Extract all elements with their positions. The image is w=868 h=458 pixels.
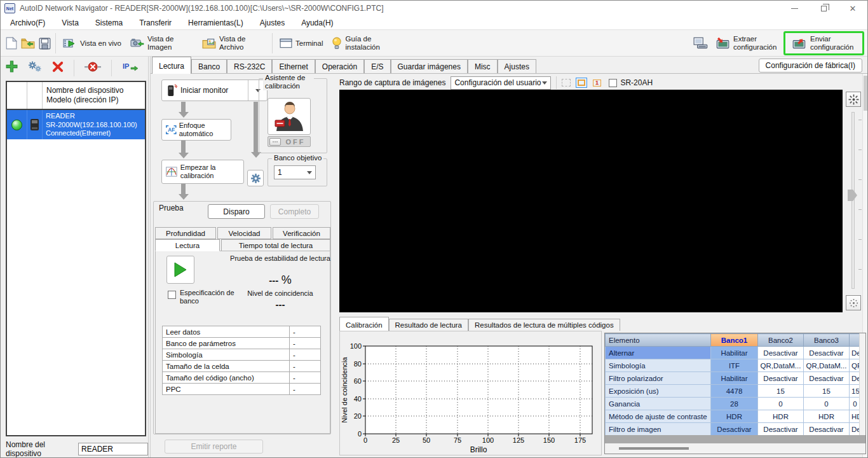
bank-table-vscrollbar[interactable]: [859, 333, 865, 435]
table-row[interactable]: Método de ajuste de contrasteHDRHDRHDRHD…: [606, 410, 861, 423]
tab-lectura[interactable]: Lectura: [152, 57, 191, 74]
file-view-icon: [202, 38, 216, 49]
tab-resultados-multiples[interactable]: Resultados de lectura de múltiples códig…: [468, 319, 620, 331]
range-numbered-button[interactable]: 1: [591, 78, 602, 88]
device-header-line1: Nombre del dispositivo: [46, 86, 144, 95]
menu-transferir[interactable]: Transferir: [131, 17, 180, 29]
tab-operacion[interactable]: Operación: [315, 59, 364, 73]
flow-arrow-down: [254, 102, 258, 152]
tab-resultado-lectura[interactable]: Resultado de lectura: [389, 319, 468, 331]
live-view-button[interactable]: Vista en vivo: [58, 36, 126, 50]
range-none-button[interactable]: [560, 78, 572, 88]
restore-button[interactable]: [809, 1, 838, 16]
test-tab-velocidad[interactable]: Velocidad: [217, 227, 271, 239]
open-file-button[interactable]: [20, 35, 36, 52]
reader-monitor-icon: [167, 84, 177, 97]
table-row[interactable]: SimbologíaITFQR,DataM...QR,DataM...QR,Da…: [606, 359, 861, 372]
image-view-button[interactable]: Vista de Imagen: [126, 34, 198, 53]
open-folder-icon: [21, 38, 35, 49]
table-row[interactable]: Filtro polarizadorHabilitarDesactivarDes…: [606, 372, 861, 385]
test-tab-profundidad[interactable]: Profundidad: [155, 227, 216, 239]
read-result-table: Leer datos- Banco de parámetros- Simbolo…: [162, 326, 321, 395]
assistant-toggle[interactable]: OFF: [268, 136, 311, 147]
terminal-button[interactable]: Terminal: [275, 36, 327, 50]
minimize-button[interactable]: [780, 1, 809, 16]
disconnect-button[interactable]: [85, 61, 101, 75]
target-bank-select[interactable]: 1: [274, 165, 316, 179]
capture-range-select[interactable]: Configuración del usuario: [451, 76, 551, 90]
send-config-button[interactable]: Enviar configuración: [787, 34, 860, 53]
scrollbar-thumb[interactable]: [864, 76, 868, 111]
menu-archivo[interactable]: Archivo(F): [2, 17, 53, 29]
device-model: SR-2000W(192.168.100.100): [46, 121, 145, 130]
tab-banco[interactable]: Banco: [191, 59, 227, 73]
tab-ajustes[interactable]: Ajustes: [498, 59, 536, 73]
target-bank-group: Banco objetivo 1: [268, 158, 327, 186]
bank-spec-checkbox[interactable]: Especificación de banco: [168, 289, 238, 305]
scrollbar-thumb[interactable]: [619, 447, 689, 450]
sr20ah-checkbox[interactable]: SR-20AH: [609, 78, 653, 87]
toolbar-separator: [55, 33, 56, 53]
tab-misc[interactable]: Misc: [468, 59, 498, 73]
test-tab-verificacion[interactable]: Verificación: [273, 227, 330, 239]
file-view-button[interactable]: Vista de Archivo: [198, 34, 269, 53]
brightness-slider-thumb[interactable]: [848, 190, 857, 201]
tab-calibracion[interactable]: Calibración: [339, 317, 389, 331]
menu-herramientas[interactable]: Herramientas(L): [180, 17, 252, 29]
tab-es[interactable]: E/S: [364, 59, 390, 73]
delete-device-button[interactable]: [52, 61, 64, 75]
device-settings-button[interactable]: [28, 60, 42, 75]
test-tab-tiempo-total[interactable]: Tiempo total de lectura: [221, 239, 330, 251]
install-guide-button[interactable]: Guía de instalación: [327, 34, 395, 53]
table-row[interactable]: AlternarHabilitarDesactivarDesactivarDes…: [606, 347, 861, 359]
svg-text:100: 100: [482, 436, 494, 444]
emit-report-button[interactable]: Emitir reporte: [165, 440, 263, 454]
save-button[interactable]: [36, 35, 53, 52]
restore-icon: [821, 6, 827, 11]
factory-config-button[interactable]: Configuración de fábrica(I): [759, 59, 862, 73]
report-button[interactable]: [691, 35, 710, 52]
menu-ayuda[interactable]: Ayuda(H): [293, 17, 341, 29]
toolbar-separator: [272, 33, 273, 53]
disconnect-icon: [85, 61, 101, 73]
start-monitor-button[interactable]: Iniciar monitor: [161, 80, 268, 101]
menu-vista[interactable]: Vista: [53, 17, 86, 29]
complete-button[interactable]: Completo: [270, 204, 319, 219]
close-button[interactable]: ✕: [838, 1, 867, 16]
table-row[interactable]: Filtro de imagenDesactivarDesactivarDesa…: [606, 423, 861, 436]
tab-guardar-imagenes[interactable]: Guardar imágenes: [391, 59, 468, 73]
add-device-button[interactable]: [6, 60, 18, 75]
brightness-min-button[interactable]: [846, 295, 861, 310]
device-row[interactable]: READER SR-2000W(192.168.100.100) Connect…: [7, 110, 145, 139]
tab-rs232c[interactable]: RS-232C: [227, 59, 272, 73]
device-name-input[interactable]: [78, 443, 148, 455]
test-tab-lectura[interactable]: Lectura: [155, 239, 220, 251]
camera-image-view[interactable]: [339, 90, 843, 312]
toolbar-separator: [74, 60, 74, 76]
extract-config-button[interactable]: Extraer configuración: [710, 34, 783, 53]
menu-sistema[interactable]: Sistema: [87, 17, 131, 29]
svg-text:75: 75: [454, 436, 461, 444]
menu-ajustes[interactable]: Ajustes: [252, 17, 293, 29]
svg-text:0: 0: [358, 430, 362, 438]
ip-icon: IP: [122, 60, 139, 73]
autofocus-button[interactable]: AF Enfoque automático: [161, 119, 231, 141]
bright-burst-icon: [848, 94, 859, 105]
calibration-settings-button[interactable]: [247, 170, 264, 186]
ip-settings-button[interactable]: IP: [122, 60, 139, 75]
run-test-button[interactable]: [166, 256, 194, 284]
table-row[interactable]: Exposición (us)4478151515: [606, 385, 861, 398]
target-bank-title: Banco objetivo: [272, 154, 323, 162]
main-toolbar: Vista en vivo Vista de Imagen Vista de A…: [1, 31, 867, 57]
table-row[interactable]: Ganancia28000: [606, 398, 861, 410]
brightness-max-button[interactable]: [846, 92, 861, 107]
orange-rect-icon: [578, 80, 585, 86]
range-rect-button[interactable]: [576, 78, 587, 88]
trigger-button[interactable]: Disparo: [208, 204, 265, 219]
start-calibration-button[interactable]: Empezar la calibración: [161, 160, 244, 184]
tab-ethernet[interactable]: Ethernet: [272, 59, 315, 73]
calibration-assistant-button[interactable]: [268, 98, 311, 135]
table-header-row: Elemento Banco1 Banco2 Banco3: [606, 334, 861, 347]
new-file-button[interactable]: [3, 35, 20, 52]
bank-table-hscrollbar[interactable]: [605, 443, 865, 454]
